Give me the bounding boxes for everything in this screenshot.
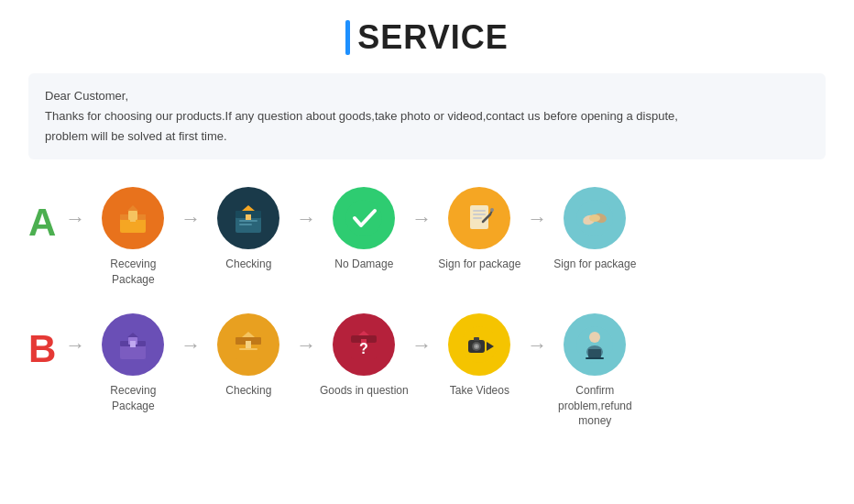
svg-marker-36 — [358, 331, 369, 335]
svg-rect-33 — [239, 348, 257, 350]
svg-marker-31 — [242, 332, 255, 337]
arrow-b-start: → — [65, 334, 85, 357]
step-b1: Receving Package — [87, 313, 179, 414]
icon-goods-question: ? — [333, 313, 395, 376]
section-b-flow: Receving Package → Checking → — [87, 313, 826, 429]
svg-rect-28 — [130, 341, 136, 347]
arrow-b4: → — [527, 334, 547, 357]
arrow-a1: → — [181, 207, 201, 231]
svg-rect-32 — [246, 341, 251, 348]
arrow-a2: → — [296, 207, 316, 231]
section-a: A → Receving Package → — [28, 187, 826, 288]
section-b: B → Receving Package → — [28, 313, 826, 429]
svg-point-47 — [589, 332, 600, 343]
notice-line2: Thanks for choosing our products.If any … — [45, 106, 809, 126]
icon-checking-a — [217, 187, 279, 249]
notice-line1: Dear Customer, — [45, 86, 809, 106]
svg-rect-44 — [474, 337, 479, 341]
label-a3: No Damage — [334, 257, 393, 272]
notice-box: Dear Customer, Thanks for choosing our p… — [28, 73, 826, 159]
svg-point-23 — [589, 214, 600, 222]
label-b2: Checking — [225, 383, 271, 399]
label-b5: Confirm problem,refund money — [549, 383, 640, 429]
svg-rect-4 — [130, 214, 136, 222]
svg-marker-3 — [127, 205, 138, 211]
svg-marker-27 — [127, 333, 138, 337]
label-b4: Take Videos — [450, 383, 509, 399]
section-a-letter: A — [28, 203, 56, 242]
notice-line3: problem will be solved at first time. — [45, 126, 809, 147]
icon-handshake — [564, 187, 626, 249]
svg-rect-50 — [586, 357, 604, 359]
arrow-b2: → — [296, 334, 316, 357]
label-b1: Receving Package — [87, 383, 179, 414]
svg-point-43 — [476, 345, 478, 347]
step-a3: No Damage — [318, 187, 410, 272]
label-a4: Sign for package — [438, 257, 520, 272]
section-b-letter: B — [28, 330, 56, 368]
label-a2: Checking — [225, 257, 271, 272]
step-a1: Receving Package — [87, 187, 179, 288]
icon-receiving-package-b — [102, 313, 164, 376]
svg-rect-15 — [473, 217, 482, 219]
section-a-flow: Receving Package → Checking → — [87, 187, 826, 288]
step-a5: Sign for package — [549, 187, 640, 272]
svg-rect-14 — [473, 214, 486, 215]
svg-point-11 — [345, 200, 382, 236]
step-a2: Checking — [203, 187, 294, 272]
step-b5: Confirm problem,refund money — [549, 313, 640, 429]
title-text: SERVICE — [357, 18, 508, 57]
svg-rect-49 — [588, 349, 601, 357]
svg-text:?: ? — [359, 341, 368, 356]
arrow-a3: → — [411, 207, 432, 231]
arrow-b1: → — [181, 334, 201, 357]
page-title: SERVICE — [345, 18, 508, 57]
icon-receiving-package-a — [102, 187, 164, 249]
arrow-a4: → — [527, 207, 547, 231]
icon-checking-b — [217, 313, 279, 376]
icon-no-damage — [333, 187, 395, 249]
arrow-a-start: → — [65, 207, 85, 231]
arrow-b3: → — [411, 334, 432, 357]
title-accent-bar — [345, 20, 350, 55]
step-b3: ? Goods in question — [318, 313, 410, 399]
step-b4: Take Videos — [433, 313, 525, 399]
icon-confirm-refund — [564, 313, 626, 376]
svg-rect-9 — [239, 220, 257, 222]
label-a5: Sign for package — [553, 257, 636, 272]
svg-rect-10 — [239, 224, 252, 225]
icon-take-videos — [448, 313, 510, 376]
icon-sign-package — [448, 187, 510, 249]
step-a4: Sign for package — [433, 187, 525, 272]
svg-point-18 — [490, 208, 494, 212]
step-b2: Checking — [203, 313, 294, 399]
svg-marker-7 — [242, 205, 255, 211]
label-a1: Receving Package — [87, 257, 179, 288]
svg-rect-13 — [473, 210, 486, 212]
label-b3: Goods in question — [320, 383, 409, 399]
